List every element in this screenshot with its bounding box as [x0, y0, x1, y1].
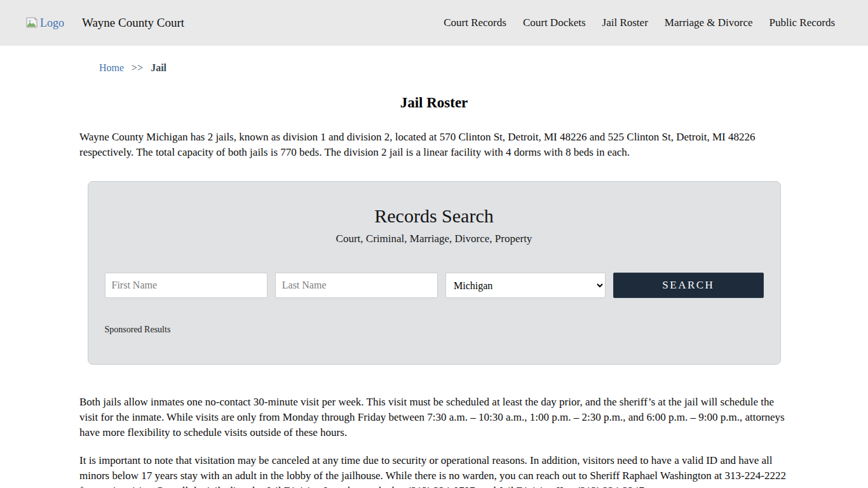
nav-court-records[interactable]: Court Records [444, 17, 506, 29]
breadcrumb-current: Jail [151, 62, 166, 73]
nav-marriage-divorce[interactable]: Marriage & Divorce [665, 17, 753, 29]
logo-alt-text: Logo [40, 17, 64, 30]
state-select[interactable]: Michigan [445, 273, 606, 298]
nav-public-records[interactable]: Public Records [770, 17, 835, 29]
first-name-input[interactable] [105, 273, 268, 298]
records-search-subtitle: Court, Criminal, Marriage, Divorce, Prop… [105, 233, 764, 245]
breadcrumb-separator: >> [132, 62, 143, 73]
site-title: Wayne County Court [82, 16, 184, 30]
sponsored-results-label: Sponsored Results [105, 325, 171, 335]
nav-jail-roster[interactable]: Jail Roster [602, 17, 648, 29]
intro-paragraph: Wayne County Michigan has 2 jails, known… [79, 130, 789, 160]
site-logo[interactable]: Logo [25, 17, 64, 30]
records-search-form: Michigan SEARCH [105, 273, 764, 298]
records-search-title: Records Search [105, 182, 764, 227]
main-nav: Court Records Court Dockets Jail Roster … [444, 17, 843, 29]
records-search-panel: Records Search Court, Criminal, Marriage… [88, 181, 781, 365]
page-title: Jail Roster [79, 95, 789, 111]
visitation-note-paragraph: It is important to note that visitation … [79, 453, 789, 488]
visit-info-paragraph: Both jails allow inmates one no-contact … [79, 395, 789, 440]
nav-court-dockets[interactable]: Court Dockets [523, 17, 586, 29]
main-content: Home >> Jail Jail Roster Wayne County Mi… [79, 46, 789, 488]
brand-group: Logo Wayne County Court [25, 16, 184, 30]
broken-image-icon [25, 17, 38, 29]
site-header: Logo Wayne County Court Court Records Co… [0, 0, 868, 46]
breadcrumb: Home >> Jail [79, 46, 789, 74]
last-name-input[interactable] [275, 273, 438, 298]
search-button[interactable]: SEARCH [613, 273, 763, 298]
breadcrumb-home-link[interactable]: Home [99, 62, 124, 73]
